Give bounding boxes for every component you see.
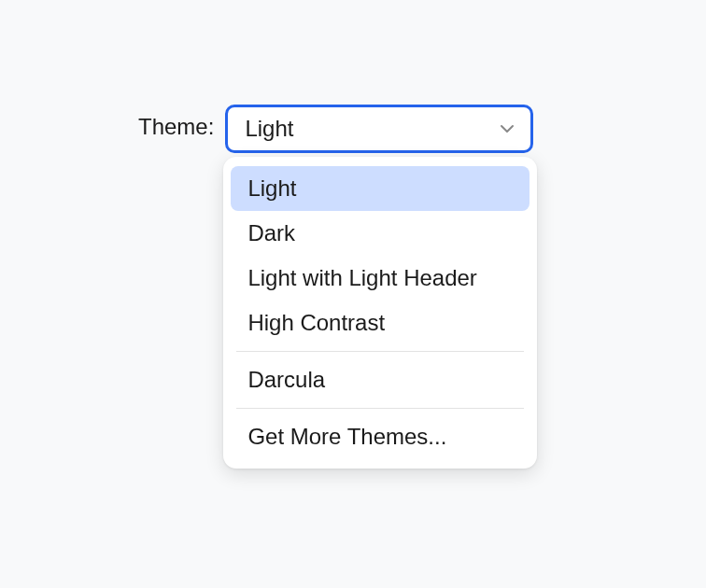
theme-label: Theme: (138, 105, 214, 140)
theme-dropdown: LightDarkLight with Light HeaderHigh Con… (223, 157, 537, 469)
theme-select[interactable]: Light (225, 105, 533, 153)
theme-option[interactable]: Light (231, 166, 530, 211)
theme-select-value: Light (245, 116, 293, 142)
dropdown-divider (236, 408, 524, 409)
theme-option[interactable]: Get More Themes... (231, 414, 530, 459)
theme-option[interactable]: Light with Light Header (231, 256, 530, 301)
dropdown-divider (236, 351, 524, 352)
theme-option[interactable]: Dark (231, 211, 530, 256)
chevron-down-icon (499, 120, 515, 137)
theme-option[interactable]: Darcula (231, 357, 530, 402)
theme-option[interactable]: High Contrast (231, 301, 530, 345)
